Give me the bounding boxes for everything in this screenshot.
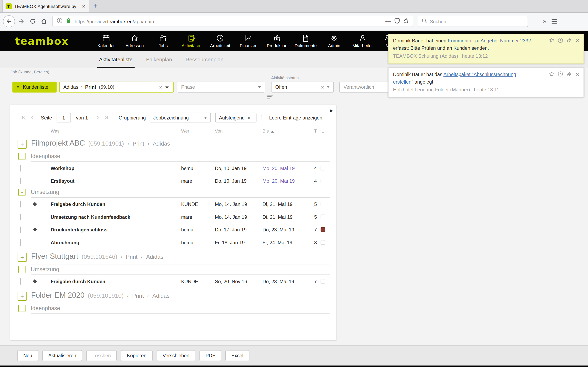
job-title[interactable]: Folder EM 2020 <box>31 291 84 300</box>
job-client-link[interactable]: Adidas <box>146 253 163 260</box>
forward-button[interactable] <box>16 16 27 27</box>
address-bar[interactable]: https://preview.teambox.eu/app/main ••• <box>52 16 413 27</box>
col-header-flag[interactable]: 1 <box>317 128 329 134</box>
row-flag-checkbox[interactable] <box>317 202 329 206</box>
first-page-icon[interactable] <box>21 115 27 120</box>
clear-status-icon[interactable]: × <box>321 84 324 90</box>
expand-panel-icon[interactable]: ▶ <box>330 108 333 113</box>
activity-name[interactable]: Erstlayout <box>51 178 181 184</box>
phase-name[interactable]: Umsetzung <box>31 266 330 275</box>
col-header-bis[interactable]: Bis <box>263 128 310 134</box>
activity-name[interactable]: Abrechnung <box>51 240 181 245</box>
phase-name[interactable]: Ideenphase <box>31 153 330 162</box>
search-input[interactable] <box>430 18 524 24</box>
nav-item-mitarbeiter[interactable]: Mitarbeiter <box>348 31 377 51</box>
angebot-link[interactable]: Angebot Nummer 2332 <box>481 38 531 44</box>
job-client-link[interactable]: Adidas <box>152 292 169 299</box>
nav-item-dokumente[interactable]: Dokumente <box>291 31 320 51</box>
add-activity-button[interactable]: + <box>18 153 26 160</box>
job-area-link[interactable]: Print <box>126 253 138 260</box>
star-icon[interactable] <box>549 71 555 79</box>
col-header-wer[interactable]: Wer <box>181 128 215 134</box>
page-actions-icon[interactable]: ••• <box>385 19 391 24</box>
phase-select[interactable]: Phase <box>177 82 265 92</box>
clear-filter-icon[interactable]: × <box>159 84 162 90</box>
tab-close-icon[interactable]: × <box>81 3 86 9</box>
nav-item-jobs[interactable]: Jobs <box>149 31 177 51</box>
pdf-button[interactable]: PDF <box>199 350 221 361</box>
tab-balkenplan[interactable]: Balkenplan <box>139 51 179 68</box>
tab-aktivitaetenliste[interactable]: Aktivitätenliste <box>92 51 139 68</box>
activity-name[interactable]: Umsetzung nach Kundenfeedback <box>51 214 181 220</box>
home-button[interactable] <box>38 16 49 27</box>
nav-item-produktion[interactable]: Produktion <box>263 31 292 51</box>
row-checkbox[interactable] <box>17 278 32 284</box>
forward-arrow-icon[interactable] <box>566 38 572 45</box>
job-client-link[interactable]: Adidas <box>153 141 170 147</box>
nav-item-arbeitszeit[interactable]: Arbeitszeit <box>206 31 234 51</box>
empty-entries-checkbox[interactable] <box>261 115 266 120</box>
kundenliste-button[interactable]: Kundenliste <box>12 82 57 92</box>
snooze-clock-icon[interactable] <box>558 38 563 45</box>
grouping-select[interactable]: Jobbezeichnung <box>149 113 210 123</box>
add-activity-button[interactable]: + <box>17 292 26 301</box>
row-checkbox[interactable] <box>17 165 32 171</box>
kopieren-button[interactable]: Kopieren <box>121 350 152 361</box>
phase-name[interactable]: Umsetzung <box>31 189 330 198</box>
job-title[interactable]: Filmprojekt ABC <box>31 139 85 147</box>
activity-name[interactable]: Workshop <box>51 165 181 171</box>
snooze-clock-icon[interactable] <box>558 71 563 79</box>
job-title[interactable]: Flyer Stuttgart <box>31 252 78 261</box>
excel-button[interactable]: Excel <box>225 350 249 361</box>
forward-arrow-icon[interactable] <box>566 71 572 79</box>
close-icon[interactable] <box>575 71 580 79</box>
site-info-icon[interactable] <box>57 17 62 25</box>
new-tab-button[interactable]: + <box>89 0 101 12</box>
add-activity-button[interactable]: + <box>18 305 26 312</box>
nav-item-kalender[interactable]: Kalender <box>92 31 121 51</box>
next-page-icon[interactable] <box>95 115 101 120</box>
neu-button[interactable]: Neu <box>17 350 38 361</box>
page-number-input[interactable] <box>57 113 71 123</box>
hamburger-menu-icon[interactable] <box>552 19 557 24</box>
reload-button[interactable] <box>27 16 38 27</box>
row-flag-checkbox[interactable] <box>317 166 329 170</box>
last-page-icon[interactable] <box>104 115 109 120</box>
row-checkbox[interactable] <box>17 178 32 184</box>
row-flag-checkbox[interactable] <box>317 215 329 219</box>
lock-icon[interactable] <box>66 17 71 25</box>
add-activity-button[interactable]: + <box>18 189 26 196</box>
aktualisieren-button[interactable]: Aktualisieren <box>42 350 82 361</box>
close-icon[interactable] <box>575 38 580 45</box>
job-area-link[interactable]: Print <box>132 141 144 147</box>
add-activity-button[interactable]: + <box>17 253 26 262</box>
back-button[interactable] <box>3 15 15 27</box>
notification-toast[interactable]: Dominik Bauer hat das Arbeitspaket "Absc… <box>388 67 584 98</box>
add-activity-button[interactable]: + <box>18 266 26 273</box>
shield-icon[interactable] <box>394 17 400 25</box>
activity-name[interactable]: Druckunterlagenschluss <box>51 227 181 233</box>
bookmark-star-icon[interactable] <box>403 17 409 25</box>
filter-options-icon[interactable] <box>268 95 273 98</box>
nav-item-finanzen[interactable]: Finanzen <box>234 31 263 51</box>
add-activity-button[interactable]: + <box>17 140 26 149</box>
job-filter-combobox[interactable]: Adidas › Print (59.10) × ★ <box>59 82 173 92</box>
browser-tab[interactable]: T TEAMBOX.Agentursoftware by × <box>2 0 89 12</box>
notification-toast[interactable]: Dominik Bauer hat einen Kommentar zu Ang… <box>388 34 584 64</box>
teambox-logo[interactable]: teambox <box>15 35 69 47</box>
kommentar-link[interactable]: Kommentar <box>448 38 473 44</box>
row-checkbox[interactable] <box>17 214 32 220</box>
row-checkbox[interactable] <box>17 227 32 233</box>
phase-name[interactable]: Ideenphase <box>31 305 330 314</box>
verschieben-button[interactable]: Verschieben <box>156 350 195 361</box>
row-checkbox[interactable] <box>17 201 32 207</box>
row-flag-checkbox[interactable] <box>317 227 329 232</box>
row-flag-checkbox[interactable] <box>317 240 329 244</box>
tab-ressourcenplan[interactable]: Ressourcenplan <box>179 51 230 68</box>
overflow-menu-icon[interactable]: » <box>543 18 546 25</box>
col-header-was[interactable]: Was <box>51 128 181 134</box>
favorite-star-icon[interactable]: ★ <box>165 84 169 90</box>
status-select[interactable]: Offen × <box>271 82 334 92</box>
sort-direction-button[interactable]: Aufsteigend ◂▸ <box>215 113 256 123</box>
search-bar[interactable] <box>418 16 528 27</box>
